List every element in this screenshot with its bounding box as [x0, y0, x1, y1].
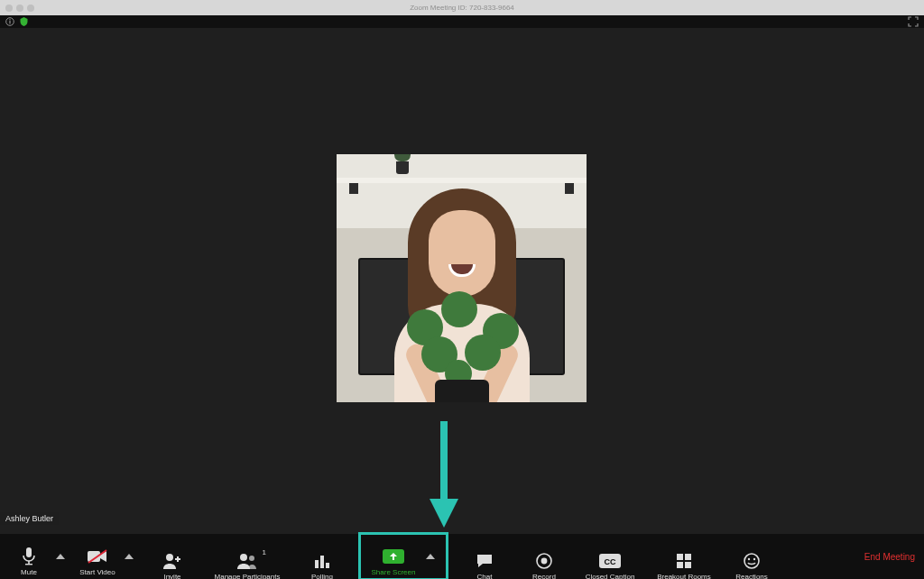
- meeting-topbar: [0, 15, 924, 28]
- share-screen-highlight: Share Screen: [358, 532, 448, 579]
- svg-rect-4: [26, 547, 32, 557]
- invite-label: Invite: [163, 573, 180, 579]
- record-icon: [536, 552, 552, 570]
- share-screen-button[interactable]: Share Screen: [370, 537, 417, 576]
- svg-rect-20: [685, 554, 691, 560]
- breakout-rooms-button[interactable]: Breakout Rooms: [652, 541, 716, 579]
- reactions-button[interactable]: Reactions: [728, 541, 775, 579]
- record-label: Record: [532, 573, 556, 579]
- polling-button[interactable]: Polling: [299, 541, 346, 579]
- info-icon[interactable]: [5, 17, 14, 26]
- svg-rect-13: [320, 556, 324, 568]
- svg-point-9: [166, 554, 173, 561]
- video-area: Ashley Butler: [0, 28, 924, 534]
- mute-label: Mute: [21, 568, 37, 576]
- participants-icon: 1: [236, 552, 258, 570]
- participant-name-tag: Ashley Butler: [0, 512, 59, 525]
- svg-rect-1: [9, 21, 10, 23]
- end-meeting-button[interactable]: End Meeting: [864, 552, 915, 562]
- zoom-window-icon[interactable]: [27, 5, 34, 12]
- start-video-button[interactable]: Start Video: [74, 537, 121, 576]
- chat-label: Chat: [477, 573, 493, 579]
- annotation-arrow: [426, 421, 462, 529]
- video-off-icon: [88, 547, 107, 565]
- record-button[interactable]: Record: [521, 541, 568, 579]
- manage-participants-label: Manage Participants: [215, 573, 281, 579]
- window-traffic-lights[interactable]: [5, 5, 34, 12]
- svg-rect-12: [315, 560, 319, 568]
- svg-rect-14: [326, 563, 329, 568]
- svg-rect-3: [440, 421, 448, 501]
- svg-point-10: [240, 554, 247, 561]
- participants-count-badge: 1: [263, 548, 266, 556]
- chat-button[interactable]: Chat: [461, 541, 508, 579]
- audio-options-caret[interactable]: [54, 537, 67, 576]
- start-video-label: Start Video: [79, 568, 115, 576]
- minimize-window-icon[interactable]: [16, 5, 23, 12]
- window-title: Zoom Meeting ID: 720-833-9664: [410, 4, 514, 12]
- fullscreen-icon[interactable]: [908, 16, 919, 27]
- share-screen-label: Share Screen: [372, 568, 416, 576]
- window-titlebar: Zoom Meeting ID: 720-833-9664: [0, 0, 924, 15]
- reactions-icon: [744, 552, 760, 570]
- chat-icon: [476, 552, 494, 570]
- svg-point-16: [541, 558, 548, 565]
- breakout-rooms-icon: [676, 552, 692, 570]
- close-window-icon[interactable]: [5, 5, 13, 12]
- video-illustration: [337, 154, 587, 402]
- svg-point-23: [744, 554, 759, 568]
- video-options-caret[interactable]: [123, 537, 135, 576]
- closed-caption-icon: CC: [599, 552, 621, 570]
- manage-participants-button[interactable]: 1 Manage Participants: [208, 541, 286, 579]
- reactions-label: Reactions: [735, 573, 768, 579]
- svg-rect-22: [685, 562, 691, 568]
- polling-icon: [314, 552, 330, 570]
- svg-rect-5: [28, 561, 30, 564]
- svg-point-24: [748, 558, 750, 560]
- active-speaker-video[interactable]: [337, 154, 587, 402]
- meeting-controlbar: Mute Start Video Invite 1 Manage: [0, 534, 924, 579]
- svg-rect-2: [9, 19, 10, 20]
- svg-text:CC: CC: [605, 557, 616, 566]
- invite-button[interactable]: Invite: [149, 541, 196, 579]
- polling-label: Polling: [311, 573, 333, 579]
- encryption-icon: [20, 17, 28, 26]
- svg-rect-21: [677, 562, 683, 568]
- mute-button[interactable]: Mute: [5, 537, 52, 576]
- svg-rect-19: [677, 554, 683, 560]
- share-options-caret[interactable]: [424, 537, 437, 576]
- share-screen-icon: [383, 547, 404, 565]
- microphone-icon: [22, 547, 36, 565]
- closed-caption-label: Closed Caption: [586, 573, 635, 579]
- svg-rect-6: [25, 564, 32, 565]
- invite-icon: [162, 552, 182, 570]
- svg-point-25: [753, 558, 755, 560]
- breakout-rooms-label: Breakout Rooms: [657, 573, 711, 579]
- closed-caption-button[interactable]: CC Closed Caption: [580, 541, 640, 579]
- svg-point-11: [249, 556, 254, 561]
